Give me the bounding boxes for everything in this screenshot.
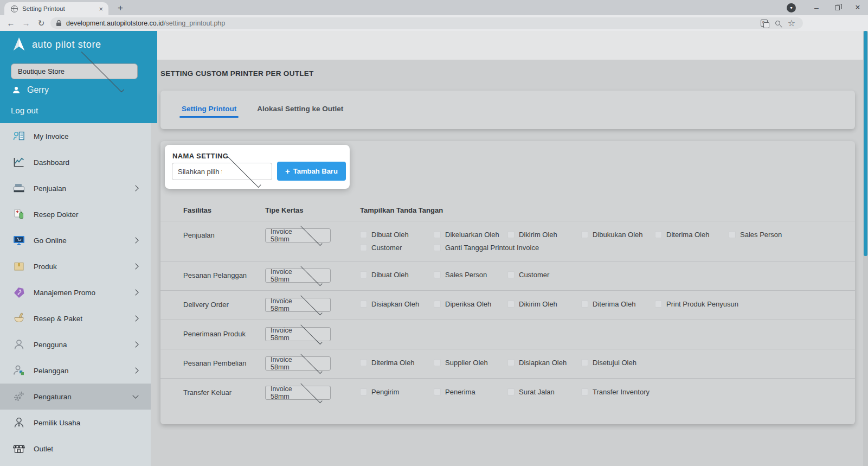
signature-option[interactable]: Dikirim Oleh xyxy=(507,298,581,310)
sidebar-item[interactable]: Outlet xyxy=(0,436,151,462)
scrollbar-thumb[interactable] xyxy=(864,31,867,256)
checkbox[interactable] xyxy=(434,231,441,238)
address-bar[interactable]: development.autopilotstore.co.id/setting… xyxy=(50,17,803,29)
forward-button[interactable]: → xyxy=(18,18,34,28)
signature-option[interactable]: Disetujui Oleh xyxy=(581,356,655,369)
checkbox[interactable] xyxy=(360,244,367,251)
browser-update-icon[interactable]: ▼ xyxy=(787,3,796,12)
sidebar-item-label: Dashboard xyxy=(34,158,141,167)
minimize-button[interactable]: – xyxy=(806,0,827,15)
checkbox[interactable] xyxy=(507,271,515,278)
checkbox[interactable] xyxy=(434,359,441,366)
outlet-icon xyxy=(11,442,27,456)
checkbox[interactable] xyxy=(581,231,588,238)
paper-type-select[interactable]: Invoice 58mm xyxy=(265,269,331,283)
user-name: Gerry xyxy=(27,85,49,95)
checkbox[interactable] xyxy=(434,244,441,251)
signature-option[interactable]: Transfer Inventory xyxy=(581,386,655,398)
signature-option[interactable]: Disiapkan Oleh xyxy=(360,298,434,310)
sidebar-item[interactable]: Penjualan xyxy=(0,175,151,201)
signature-option[interactable]: Ganti Tanggal Printout Invoice xyxy=(434,241,507,254)
zoom-lens-icon[interactable] xyxy=(775,21,780,25)
checkbox-label: Dikirim Oleh xyxy=(519,300,557,308)
chevron-down-icon xyxy=(300,224,322,245)
template-select[interactable]: Silahkan pilih template terl xyxy=(172,163,272,180)
checkbox[interactable] xyxy=(434,271,441,278)
sidebar-item[interactable]: My Invoice xyxy=(0,123,151,149)
checkbox[interactable] xyxy=(729,231,736,238)
checkbox-label: Sales Person xyxy=(740,231,782,239)
checkbox[interactable] xyxy=(360,301,367,308)
content-tab[interactable]: Alokasi Setting ke Outlet xyxy=(256,105,344,122)
maximize-button[interactable] xyxy=(827,0,847,15)
signature-option[interactable]: Sales Person xyxy=(729,228,802,241)
signature-option[interactable]: Sales Person xyxy=(434,269,507,281)
sidebar-item[interactable]: Produk xyxy=(0,253,151,279)
sidebar-item-label: Pelanggan xyxy=(34,367,133,375)
store-selector[interactable]: Boutique Store xyxy=(11,63,138,79)
checkbox-label: Disetujui Oleh xyxy=(593,359,636,367)
signature-option[interactable]: Print Produk Penyusun xyxy=(655,298,729,310)
reload-button[interactable]: ↻ xyxy=(34,18,49,28)
signature-option[interactable]: Diterima Oleh xyxy=(581,298,655,310)
logout-link[interactable]: Log out xyxy=(11,106,38,115)
checkbox[interactable] xyxy=(360,359,367,366)
bookmark-star-icon[interactable]: ☆ xyxy=(788,19,795,28)
tambah-baru-button[interactable]: + Tambah Baru xyxy=(277,162,346,181)
signature-option[interactable]: Dibukukan Oleh xyxy=(581,228,655,241)
signature-option[interactable]: Disiapkan Oleh xyxy=(507,356,581,369)
checkbox[interactable] xyxy=(581,388,588,395)
checkbox[interactable] xyxy=(360,388,367,395)
checkbox[interactable] xyxy=(507,388,515,395)
signature-option[interactable]: Diperiksa Oleh xyxy=(434,298,507,310)
signature-option[interactable]: Dibuat Oleh xyxy=(360,228,434,241)
paper-type-select[interactable]: Invoice 58mm xyxy=(265,228,331,242)
signature-option[interactable]: Diterima Oleh xyxy=(655,228,729,241)
sidebar-item[interactable]: Pemilik Usaha xyxy=(0,410,151,436)
signature-option[interactable]: Surat Jalan xyxy=(507,386,581,398)
checkbox[interactable] xyxy=(434,301,441,308)
checkbox[interactable] xyxy=(360,231,367,238)
sidebar-item[interactable]: Go Online xyxy=(0,227,151,253)
sidebar-item[interactable]: Pengguna xyxy=(0,331,151,358)
new-tab-button[interactable]: + xyxy=(114,2,127,15)
sidebar-item[interactable]: Resep Dokter xyxy=(0,201,151,227)
checkbox[interactable] xyxy=(434,388,441,395)
sidebar-item[interactable]: Pelanggan xyxy=(0,358,151,384)
content-tab[interactable]: Setting Printout xyxy=(181,105,237,122)
signature-option[interactable]: Customer xyxy=(360,241,434,254)
close-window-button[interactable]: × xyxy=(847,0,868,15)
translate-icon[interactable] xyxy=(761,20,768,27)
signature-option[interactable]: Dikirim Oleh xyxy=(507,228,581,241)
checkbox[interactable] xyxy=(507,359,515,366)
url-text: development.autopilotstore.co.id/setting… xyxy=(66,20,761,27)
paper-type-select[interactable]: Invoice 58mm xyxy=(265,298,331,312)
checkbox[interactable] xyxy=(581,301,588,308)
user-profile[interactable]: Gerry xyxy=(12,85,49,95)
checkbox[interactable] xyxy=(581,359,588,366)
signature-option[interactable]: Customer xyxy=(507,269,581,281)
checkbox[interactable] xyxy=(507,301,515,308)
signature-option[interactable]: Penerima xyxy=(434,386,507,398)
back-button[interactable]: ← xyxy=(3,18,18,28)
signature-option[interactable]: Diterima Oleh xyxy=(360,356,434,369)
sidebar-item[interactable]: Pengaturan xyxy=(0,384,151,410)
paper-type-select[interactable]: Invoice 58mm xyxy=(265,327,331,341)
paper-type-select[interactable]: Invoice 58mm xyxy=(265,386,331,400)
tab-close-icon[interactable]: × xyxy=(98,5,104,13)
checkbox[interactable] xyxy=(655,231,662,238)
signature-option[interactable]: Dibuat Oleh xyxy=(360,269,434,281)
sidebar-item[interactable]: Dashboard xyxy=(0,149,151,175)
browser-tab[interactable]: Setting Printout × xyxy=(4,2,108,15)
signature-option[interactable]: Pengirim xyxy=(360,386,434,398)
printout-table: Fasilitas Tipe Kertas Tampilkan Tanda Ta… xyxy=(160,206,855,407)
paper-type-select[interactable]: Invoice 58mm xyxy=(265,356,331,371)
sidebar-item[interactable]: Resep & Paket xyxy=(0,305,151,331)
table-body: Penjualan Invoice 58mm xyxy=(160,221,855,407)
checkbox[interactable] xyxy=(360,271,367,278)
checkbox[interactable] xyxy=(507,231,515,238)
checkbox[interactable] xyxy=(655,301,662,308)
sidebar-item[interactable]: Manajemen Promo xyxy=(0,279,151,305)
signature-option[interactable]: Supplier Oleh xyxy=(434,356,507,369)
signature-option[interactable]: Dikeluarkan Oleh xyxy=(434,228,507,241)
